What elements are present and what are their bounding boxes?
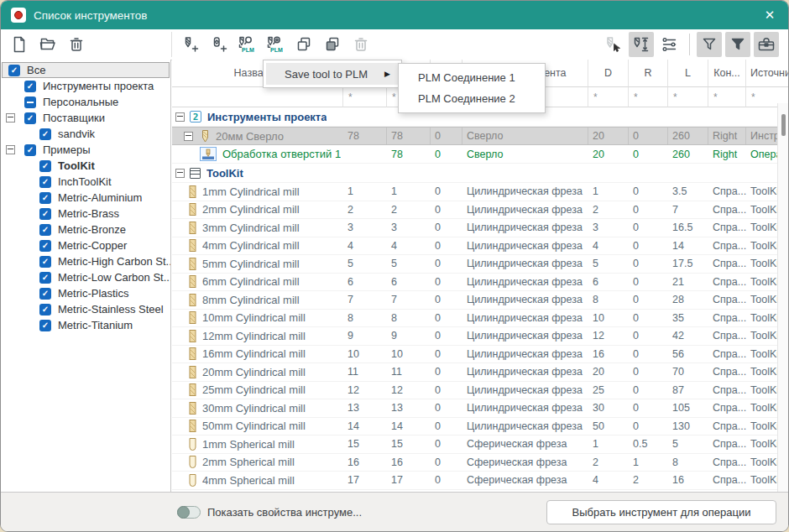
checkbox-checked[interactable]: ✓ [24,112,36,124]
tree-item[interactable]: ✓Metric-Titanium [1,317,170,333]
tree-item[interactable]: ✓Metric-High Carbon St... [1,253,170,269]
table-row[interactable]: 5mm Cylindrical mill550Цилиндрическая фр… [172,255,788,274]
collapse-icon[interactable] [175,169,185,178]
submenu-item-plm-2[interactable]: PLM Соединение 2 [399,88,545,109]
table-row[interactable]: 20mm Cylindrical mill11110Цилиндрическая… [172,363,788,382]
row-name: 10mm Cylindrical mill [202,311,306,324]
checkbox-checked[interactable]: ✓ [39,256,51,268]
measure-tool-icon[interactable] [629,32,654,57]
checkbox-checked[interactable]: ✓ [8,65,20,76]
checkbox-checked[interactable]: ✓ [39,224,51,236]
tree-item[interactable]: ✓sandvik [1,126,170,142]
tree-item-label: Metric-Plastics [58,287,129,300]
tree-item[interactable]: ✓Инструменты проекта [1,78,170,94]
add-tool-icon[interactable] [177,32,202,57]
tool-from-plm-icon[interactable]: PLM [234,32,259,57]
checkbox-checked[interactable]: ✓ [39,160,51,172]
checkbox-checked[interactable]: ✓ [39,240,51,252]
submenu-item-plm-1[interactable]: PLM Соединение 1 [399,67,545,88]
open-icon[interactable] [35,32,60,57]
scrollbar-thumb[interactable] [781,114,786,136]
column-header[interactable]: R [629,60,668,87]
table-row[interactable]: Обработка отверстий 1780Сверло200260Righ… [172,145,788,164]
table-row[interactable]: 8mm Cylindrical mill770Цилиндрическая фр… [172,291,788,310]
close-icon[interactable]: ✕ [761,7,778,23]
filter-cell[interactable] [172,87,343,107]
collapse-icon[interactable] [4,145,24,154]
checkbox-checked[interactable]: ✓ [39,176,51,188]
copy-tool-icon[interactable] [291,32,316,57]
checkbox-checked[interactable]: ✓ [39,304,51,316]
filter-cell[interactable]: * [343,87,387,107]
tree-item[interactable]: ✓Примеры [1,142,170,158]
collapse-icon[interactable] [175,112,185,122]
table-row[interactable]: 12mm Cylindrical mill990Цилиндрическая ф… [172,327,788,346]
filter-cell[interactable]: * [629,87,668,107]
table-row[interactable]: 2mm Spherical mill16160Сферическая фреза… [172,454,788,472]
column-header[interactable]: D [588,60,629,87]
table-row[interactable]: 50mm Cylindrical mill14140Цилиндрическая… [172,418,788,436]
table-row[interactable]: 10mm Cylindrical mill880Цилиндрическая ф… [172,310,788,328]
table-row[interactable]: 3mm Cylindrical mill330Цилиндрическая фр… [172,219,788,237]
checkbox-checked[interactable]: ✓ [24,81,36,92]
column-header[interactable]: L [668,60,708,87]
tree-item[interactable]: ✓Metric-Bronze [1,222,170,237]
checkbox-checked[interactable]: ✓ [39,320,51,331]
table-row[interactable]: 6mm Cylindrical mill660Цилиндрическая фр… [172,274,788,292]
filter-filled-icon[interactable] [725,32,750,57]
table-row[interactable]: 1mm Cylindrical mill110Цилиндрическая фр… [172,183,788,201]
table-row[interactable]: ToolKit [172,164,788,183]
tree-item[interactable]: ✓Metric-Copper [1,237,170,253]
checkbox-checked[interactable]: ✓ [39,288,51,300]
delete-icon[interactable] [64,32,89,57]
checkbox-checked[interactable]: ✓ [39,272,51,284]
new-document-icon[interactable] [7,32,32,57]
tree-item[interactable]: ✓Поставщики [1,110,170,126]
table-row[interactable]: 16mm Cylindrical mill10100Цилиндрическая… [172,346,788,364]
column-header[interactable]: Кон... [708,60,746,87]
table-row[interactable]: 30mm Cylindrical mill13130Цилиндрическая… [172,399,788,418]
toolbox-icon[interactable] [754,32,779,57]
cell: Цилиндрическая фреза [462,402,588,414]
table-row[interactable]: 4mm Cylindrical mill440Цилиндрическая фр… [172,237,788,256]
tree-item[interactable]: Персональные [1,94,170,110]
tree-item[interactable]: ✓Metric-Plastics [1,285,170,301]
add-holder-icon[interactable] [206,32,231,57]
vertical-scrollbar[interactable] [777,103,788,493]
column-header[interactable]: Источник [746,60,788,87]
view-options-icon[interactable] [657,32,682,57]
collapse-icon[interactable] [4,113,24,123]
plm-submenu: PLM Соединение 1 PLM Соединение 2 [398,63,546,113]
tree-item[interactable]: ✓Metric-Brass [1,206,170,222]
paste-tool-icon[interactable] [320,32,345,57]
holder-from-plm-icon[interactable]: PLM [263,32,288,57]
filter-icon[interactable] [697,32,722,57]
tree-item[interactable]: ✓ToolKit [1,158,170,174]
show-properties-toggle[interactable] [177,506,201,519]
checkbox-indeterminate[interactable] [24,96,36,108]
delete-tool-icon[interactable] [348,32,374,57]
cell: 0 [431,474,462,486]
filter-cell[interactable]: * [588,87,629,107]
table-row[interactable]: 20мм Сверло78780Сверло200260RightИнструм… [172,127,788,145]
checkbox-checked[interactable]: ✓ [39,192,51,204]
select-tool-button[interactable]: Выбрать инструмент для операции [546,500,776,524]
table-row[interactable]: 4mm Spherical mill17170Сферическая фреза… [172,472,788,490]
collapse-icon[interactable] [184,132,193,141]
menu-item-save-to-plm[interactable]: Save tool to PLM ▶ [266,63,399,85]
cell: 0 [431,384,462,396]
checkbox-checked[interactable]: ✓ [39,208,51,220]
filter-cell[interactable]: * [668,87,708,107]
tree-item[interactable]: ✓Metric-Aluminium [1,190,170,206]
table-row[interactable]: 2mm Cylindrical mill220Цилиндрическая фр… [172,201,788,220]
table-row[interactable]: 25mm Cylindrical mill12120Цилиндрическая… [172,382,788,400]
filter-cell[interactable]: * [708,87,746,107]
tree-item[interactable]: ✓Metric-Stainless Steel [1,301,170,317]
table-row[interactable]: 1mm Spherical mill15150Сферическая фреза… [172,436,788,454]
checkbox-checked[interactable]: ✓ [24,144,36,156]
tree-item[interactable]: ✓InchToolKit [1,174,170,190]
checkbox-checked[interactable]: ✓ [39,128,51,140]
tree-item[interactable]: ✓Все [2,62,170,78]
tree-item[interactable]: ✓Metric-Low Carbon St... [1,269,170,285]
tree-item-label: InchToolKit [58,175,112,188]
